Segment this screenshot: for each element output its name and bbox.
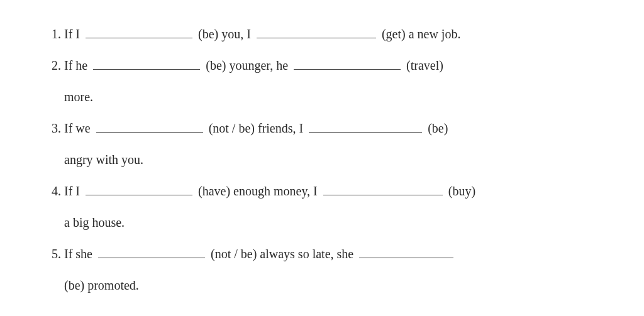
sentence-text: ( <box>425 121 432 135</box>
sentence-text: ) <box>471 184 475 198</box>
exercise-item: If I (have) enough money, I (buy)a big h… <box>64 181 606 232</box>
fill-blank[interactable] <box>257 26 376 38</box>
sentence-text: If he <box>64 58 91 72</box>
sentence-text: ) always so late, she <box>253 247 357 261</box>
sentence-continuation: angry with you. <box>64 150 606 170</box>
exercise-item: If we (not / be) friends, I (be)angry wi… <box>64 118 606 170</box>
verb-hint: buy <box>452 184 471 198</box>
sentence-text: If she <box>64 247 96 261</box>
exercise-item: If she (not / be) always so late, she (b… <box>64 244 606 295</box>
sentence-line: If he (be) younger, he (travel) <box>64 55 606 75</box>
sentence-text: If we <box>64 121 94 135</box>
sentence-text: ( <box>379 27 386 41</box>
sentence-continuation: more. <box>64 87 606 107</box>
fill-blank[interactable] <box>294 58 401 70</box>
sentence-text: ( <box>203 58 210 72</box>
fill-blank[interactable] <box>98 246 205 258</box>
sentence-text: ( <box>206 121 213 135</box>
fill-blank[interactable] <box>323 183 443 195</box>
verb-hint: get <box>386 27 401 41</box>
sentence-text: ) <box>444 121 448 135</box>
fill-blank[interactable] <box>309 121 422 133</box>
exercise-list: If I (be) you, I (get) a new job.If he (… <box>38 24 606 295</box>
sentence-line: If I (be) you, I (get) a new job. <box>64 24 606 44</box>
sentence-text: ) enough money, I <box>226 184 320 198</box>
exercise-item: If I (be) you, I (get) a new job. <box>64 24 606 44</box>
sentence-line: If we (not / be) friends, I (be) <box>64 118 606 138</box>
fill-blank[interactable] <box>96 121 203 133</box>
sentence-continuation: a big house. <box>64 212 606 232</box>
verb-hint: not / be <box>213 121 250 135</box>
sentence-text: ) friends, I <box>250 121 306 135</box>
sentence-text: ) you, I <box>214 27 254 41</box>
fill-blank[interactable] <box>93 58 200 70</box>
verb-hint: have <box>203 184 226 198</box>
worksheet-page: If I (be) you, I (get) a new job.If he (… <box>0 0 644 316</box>
sentence-text: ( <box>195 27 203 41</box>
sentence-text: If I <box>64 27 83 41</box>
sentence-text: ( <box>208 247 215 261</box>
verb-hint: not / be <box>215 247 253 261</box>
sentence-continuation: (be) promoted. <box>64 275 606 295</box>
verb-hint: be <box>210 58 222 72</box>
sentence-text: ( <box>195 184 203 198</box>
exercise-item: If he (be) younger, he (travel)more. <box>64 55 606 107</box>
sentence-text: ( <box>445 184 453 198</box>
verb-hint: be <box>203 27 214 41</box>
verb-hint: travel <box>411 58 440 72</box>
sentence-line: If she (not / be) always so late, she <box>64 244 606 264</box>
sentence-line: If I (have) enough money, I (buy) <box>64 181 606 201</box>
sentence-text: ) <box>439 58 443 72</box>
fill-blank[interactable] <box>359 246 453 258</box>
verb-hint: be <box>432 121 444 135</box>
fill-blank[interactable] <box>86 183 192 195</box>
sentence-text: ( <box>403 58 411 72</box>
sentence-text: If I <box>64 184 83 198</box>
sentence-text: ) younger, he <box>222 58 291 72</box>
fill-blank[interactable] <box>86 26 192 38</box>
sentence-text: ) a new job. <box>401 27 460 41</box>
